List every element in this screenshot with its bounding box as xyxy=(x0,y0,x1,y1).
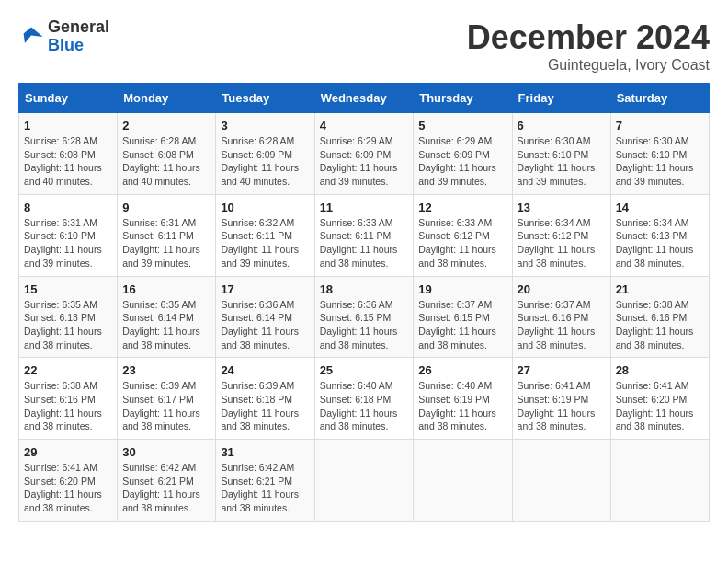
day-info: Sunrise: 6:36 AMSunset: 6:14 PMDaylight:… xyxy=(221,298,309,352)
calendar-cell: 23Sunrise: 6:39 AMSunset: 6:17 PMDayligh… xyxy=(118,358,216,440)
day-info: Sunrise: 6:34 AMSunset: 6:13 PMDaylight:… xyxy=(616,216,704,270)
day-number: 29 xyxy=(24,445,112,459)
calendar-cell: 2Sunrise: 6:28 AMSunset: 6:08 PMDaylight… xyxy=(118,113,216,195)
weekday-header: Thursday xyxy=(414,84,512,113)
day-number: 9 xyxy=(122,201,210,214)
calendar-cell: 26Sunrise: 6:40 AMSunset: 6:19 PMDayligh… xyxy=(414,358,512,440)
day-info: Sunrise: 6:29 AMSunset: 6:09 PMDaylight:… xyxy=(418,134,506,189)
day-info: Sunrise: 6:31 AMSunset: 6:11 PMDaylight:… xyxy=(122,216,210,270)
calendar-cell: 18Sunrise: 6:36 AMSunset: 6:15 PMDayligh… xyxy=(314,276,414,358)
day-number: 12 xyxy=(418,201,506,214)
day-number: 1 xyxy=(24,119,112,132)
day-number: 23 xyxy=(122,363,210,377)
calendar-week-row: 15Sunrise: 6:35 AMSunset: 6:13 PMDayligh… xyxy=(19,276,710,358)
calendar-cell: 13Sunrise: 6:34 AMSunset: 6:12 PMDayligh… xyxy=(512,194,610,276)
day-info: Sunrise: 6:31 AMSunset: 6:10 PMDaylight:… xyxy=(24,216,112,270)
calendar-cell xyxy=(512,440,610,522)
day-info: Sunrise: 6:42 AMSunset: 6:21 PMDaylight:… xyxy=(221,461,309,515)
logo-blue: Blue xyxy=(48,37,109,55)
calendar-cell xyxy=(414,440,512,522)
day-info: Sunrise: 6:39 AMSunset: 6:18 PMDaylight:… xyxy=(221,379,309,433)
day-number: 16 xyxy=(122,282,210,296)
calendar-cell: 21Sunrise: 6:38 AMSunset: 6:16 PMDayligh… xyxy=(610,276,709,358)
calendar-cell xyxy=(314,440,414,522)
calendar-cell: 11Sunrise: 6:33 AMSunset: 6:11 PMDayligh… xyxy=(314,194,414,276)
day-number: 24 xyxy=(221,363,309,377)
day-number: 5 xyxy=(418,119,506,132)
calendar-cell: 8Sunrise: 6:31 AMSunset: 6:10 PMDaylight… xyxy=(19,194,118,276)
day-number: 15 xyxy=(24,282,112,296)
day-number: 7 xyxy=(616,119,704,132)
calendar-cell: 29Sunrise: 6:41 AMSunset: 6:20 PMDayligh… xyxy=(19,440,118,522)
day-info: Sunrise: 6:35 AMSunset: 6:14 PMDaylight:… xyxy=(122,298,210,352)
day-info: Sunrise: 6:42 AMSunset: 6:21 PMDaylight:… xyxy=(122,461,210,515)
month-title: December 2024 xyxy=(467,18,710,57)
calendar-table: SundayMondayTuesdayWednesdayThursdayFrid… xyxy=(18,83,710,522)
weekday-header: Saturday xyxy=(610,84,709,113)
day-info: Sunrise: 6:41 AMSunset: 6:19 PMDaylight:… xyxy=(518,379,606,433)
calendar-cell: 7Sunrise: 6:30 AMSunset: 6:10 PMDaylight… xyxy=(610,113,709,195)
logo-general: General xyxy=(48,18,109,37)
day-info: Sunrise: 6:38 AMSunset: 6:16 PMDaylight:… xyxy=(616,298,704,352)
day-number: 18 xyxy=(320,282,409,296)
calendar-cell: 9Sunrise: 6:31 AMSunset: 6:11 PMDaylight… xyxy=(118,194,216,276)
day-number: 10 xyxy=(221,201,309,214)
day-info: Sunrise: 6:41 AMSunset: 6:20 PMDaylight:… xyxy=(24,461,112,515)
calendar-cell: 16Sunrise: 6:35 AMSunset: 6:14 PMDayligh… xyxy=(118,276,216,358)
calendar-cell: 30Sunrise: 6:42 AMSunset: 6:21 PMDayligh… xyxy=(118,440,216,522)
calendar-cell xyxy=(610,440,709,522)
location-subtitle: Guinteguela, Ivory Coast xyxy=(467,57,710,74)
day-number: 2 xyxy=(122,119,210,132)
day-info: Sunrise: 6:35 AMSunset: 6:13 PMDaylight:… xyxy=(24,298,112,352)
calendar-cell: 15Sunrise: 6:35 AMSunset: 6:13 PMDayligh… xyxy=(19,276,118,358)
calendar-cell: 27Sunrise: 6:41 AMSunset: 6:19 PMDayligh… xyxy=(512,358,610,440)
day-info: Sunrise: 6:39 AMSunset: 6:17 PMDaylight:… xyxy=(122,379,210,433)
day-info: Sunrise: 6:28 AMSunset: 6:08 PMDaylight:… xyxy=(24,134,112,189)
calendar-cell: 31Sunrise: 6:42 AMSunset: 6:21 PMDayligh… xyxy=(216,440,314,522)
calendar-cell: 17Sunrise: 6:36 AMSunset: 6:14 PMDayligh… xyxy=(216,276,314,358)
title-block: December 2024 Guinteguela, Ivory Coast xyxy=(467,18,710,74)
calendar-cell: 5Sunrise: 6:29 AMSunset: 6:09 PMDaylight… xyxy=(414,113,512,195)
calendar-cell: 1Sunrise: 6:28 AMSunset: 6:08 PMDaylight… xyxy=(19,113,118,195)
day-info: Sunrise: 6:40 AMSunset: 6:18 PMDaylight:… xyxy=(320,379,409,433)
day-number: 6 xyxy=(518,119,606,132)
day-info: Sunrise: 6:32 AMSunset: 6:11 PMDaylight:… xyxy=(221,216,309,270)
day-info: Sunrise: 6:30 AMSunset: 6:10 PMDaylight:… xyxy=(616,134,704,189)
logo-icon xyxy=(18,24,44,50)
weekday-header: Friday xyxy=(512,84,610,113)
page-header: General Blue December 2024 Guinteguela, … xyxy=(18,18,710,74)
day-info: Sunrise: 6:28 AMSunset: 6:08 PMDaylight:… xyxy=(122,134,210,189)
svg-marker-0 xyxy=(24,27,43,43)
calendar-cell: 12Sunrise: 6:33 AMSunset: 6:12 PMDayligh… xyxy=(414,194,512,276)
calendar-cell: 19Sunrise: 6:37 AMSunset: 6:15 PMDayligh… xyxy=(414,276,512,358)
calendar-cell: 28Sunrise: 6:41 AMSunset: 6:20 PMDayligh… xyxy=(610,358,709,440)
day-info: Sunrise: 6:38 AMSunset: 6:16 PMDaylight:… xyxy=(24,379,112,433)
day-info: Sunrise: 6:29 AMSunset: 6:09 PMDaylight:… xyxy=(320,134,409,189)
day-number: 25 xyxy=(320,363,409,377)
calendar-cell: 25Sunrise: 6:40 AMSunset: 6:18 PMDayligh… xyxy=(314,358,414,440)
day-info: Sunrise: 6:37 AMSunset: 6:15 PMDaylight:… xyxy=(418,298,506,352)
weekday-header: Tuesday xyxy=(216,84,314,113)
day-number: 13 xyxy=(518,201,606,214)
day-info: Sunrise: 6:28 AMSunset: 6:09 PMDaylight:… xyxy=(221,134,309,189)
day-number: 28 xyxy=(616,363,704,377)
day-number: 27 xyxy=(518,363,606,377)
logo: General Blue xyxy=(18,18,109,55)
weekday-header: Wednesday xyxy=(314,84,414,113)
day-info: Sunrise: 6:33 AMSunset: 6:11 PMDaylight:… xyxy=(320,216,409,270)
calendar-cell: 22Sunrise: 6:38 AMSunset: 6:16 PMDayligh… xyxy=(19,358,118,440)
day-info: Sunrise: 6:37 AMSunset: 6:16 PMDaylight:… xyxy=(518,298,606,352)
calendar-header-row: SundayMondayTuesdayWednesdayThursdayFrid… xyxy=(19,84,710,113)
day-info: Sunrise: 6:34 AMSunset: 6:12 PMDaylight:… xyxy=(518,216,606,270)
calendar-cell: 6Sunrise: 6:30 AMSunset: 6:10 PMDaylight… xyxy=(512,113,610,195)
day-number: 8 xyxy=(24,201,112,214)
day-info: Sunrise: 6:33 AMSunset: 6:12 PMDaylight:… xyxy=(418,216,506,270)
weekday-header: Sunday xyxy=(19,84,118,113)
day-number: 21 xyxy=(616,282,704,296)
day-number: 30 xyxy=(122,445,210,459)
calendar-week-row: 22Sunrise: 6:38 AMSunset: 6:16 PMDayligh… xyxy=(19,358,710,440)
calendar-week-row: 1Sunrise: 6:28 AMSunset: 6:08 PMDaylight… xyxy=(19,113,710,195)
day-number: 3 xyxy=(221,119,309,132)
weekday-header: Monday xyxy=(118,84,216,113)
day-number: 11 xyxy=(320,201,409,214)
